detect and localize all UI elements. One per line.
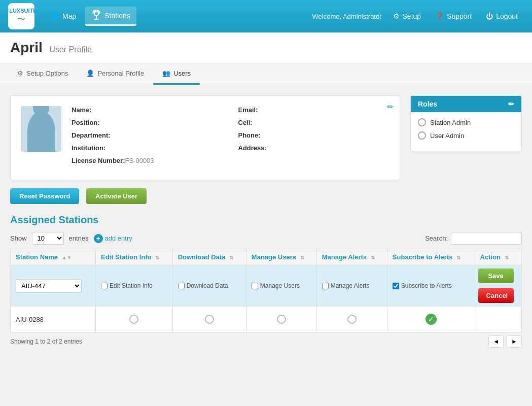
save-button[interactable]: Save: [478, 268, 514, 283]
nav-support[interactable]: ❓ Support: [429, 9, 478, 23]
data-row-manage-alerts-cell: [316, 307, 387, 332]
logo-text: FLUXSUITE: [8, 8, 34, 14]
stations-table: Station Name ▲▼ Edit Station Info ⇅ Down…: [10, 249, 522, 332]
svg-point-0: [94, 12, 98, 16]
position-field: Position:: [72, 119, 223, 126]
edit-row-edit-station-info-cell: Edit Station Info: [96, 265, 173, 307]
subheader: April User Profile: [0, 32, 532, 63]
data-row-station-name-cell: AIU-0288: [11, 307, 96, 332]
email-field: Email:: [238, 106, 390, 114]
col-manage-alerts[interactable]: Manage Alerts ⇅: [316, 249, 387, 265]
pagination: ◄ ►: [488, 335, 522, 348]
profile-fields: Name: Email: Position:: [72, 106, 389, 170]
edit-roles-button[interactable]: ✏: [508, 100, 514, 108]
power-icon: ⏻: [486, 12, 493, 20]
sort-edit-station-info: ⇅: [155, 255, 159, 260]
logo-wave: 〜: [17, 14, 25, 25]
col-station-name[interactable]: Station Name ▲▼: [11, 249, 96, 265]
roles-header: Roles ✏: [411, 96, 521, 112]
download-data-radio: [205, 315, 214, 324]
add-circle-icon: +: [94, 234, 103, 243]
manage-alerts-radio: [347, 315, 357, 324]
table-footer-text: Showing 1 to 2 of 2 entries: [10, 338, 82, 345]
subscribe-checkbox[interactable]: [393, 283, 399, 289]
help-icon: ❓: [435, 12, 444, 20]
manage-alerts-checkbox[interactable]: [322, 283, 329, 289]
sort-subscribe-alerts: ⇅: [456, 255, 460, 260]
tab-users[interactable]: 👥 Users: [153, 63, 200, 85]
nav-setup[interactable]: ⚙ Setup: [387, 9, 428, 23]
edit-station-info-radio: [129, 315, 138, 324]
search-input[interactable]: [451, 232, 522, 245]
stations-icon: [91, 10, 101, 21]
manage-users-checkbox-label[interactable]: Manage Users: [252, 282, 300, 289]
station-name-select[interactable]: AIU-447 AIU-0288: [16, 279, 82, 293]
nav-logout[interactable]: ⏻ Logout: [480, 9, 524, 23]
manage-users-checkbox[interactable]: [252, 283, 258, 289]
entries-select[interactable]: 10 25 50: [32, 232, 64, 245]
activate-user-button[interactable]: Activate User: [86, 188, 147, 204]
download-data-checkbox[interactable]: [178, 283, 185, 289]
radio-user-admin[interactable]: [418, 131, 426, 140]
nav-map[interactable]: 🌐 Map: [45, 9, 82, 23]
welcome-text: Welcome, Administrator: [312, 13, 382, 20]
assigned-stations-title: Assigned Stations: [10, 214, 522, 226]
page-title: April: [10, 40, 43, 55]
cell-field: Cell:: [238, 119, 390, 126]
roles-card: Roles ✏ Station Admin User Admin: [410, 95, 522, 151]
table-row: AIU-0288: [11, 307, 522, 332]
data-row-download-data-cell: [172, 307, 246, 332]
profile-card: Name: Email: Position:: [10, 95, 400, 180]
col-edit-station-info[interactable]: Edit Station Info ⇅: [96, 249, 173, 265]
tabs-bar: ⚙ Setup Options 👤 Personal Profile 👥 Use…: [0, 63, 532, 85]
gear-icon: ⚙: [393, 12, 400, 20]
radio-station-admin[interactable]: [418, 118, 426, 126]
cancel-button[interactable]: Cancel: [478, 288, 514, 303]
users-icon: 👥: [162, 70, 170, 77]
navbar: FLUXSUITE 〜 🌐 Map Stations Welcome, Admi…: [0, 0, 532, 32]
download-data-checkbox-label[interactable]: Download Data: [178, 282, 228, 289]
roles-body: Station Admin User Admin: [411, 112, 521, 151]
edit-station-info-checkbox-label[interactable]: Edit Station Info: [101, 282, 153, 289]
next-page-button[interactable]: ►: [507, 335, 522, 348]
license-field: License Number: FS-00003: [72, 157, 389, 164]
nav-stations[interactable]: Stations: [85, 7, 136, 26]
tab-personal-profile[interactable]: 👤 Personal Profile: [77, 63, 153, 85]
prev-page-button[interactable]: ◄: [488, 335, 504, 348]
data-row-subscribe-cell: ✓: [387, 307, 475, 332]
edit-station-info-checkbox[interactable]: [101, 283, 108, 289]
edit-row-download-data-cell: Download Data: [172, 265, 246, 307]
institution-field: Institution:: [72, 144, 223, 152]
reset-password-button[interactable]: Reset Password: [10, 188, 79, 204]
profile-section: Name: Email: Position:: [10, 95, 522, 180]
role-station-admin: Station Admin: [418, 118, 514, 126]
tab-setup-options[interactable]: ⚙ Setup Options: [8, 63, 77, 85]
col-download-data[interactable]: Download Data ⇅: [172, 249, 246, 265]
manage-users-radio: [277, 315, 286, 324]
phone-field: Phone:: [238, 131, 390, 139]
person-icon: 👤: [86, 70, 94, 77]
edit-row-station-name-cell: AIU-447 AIU-0288: [11, 265, 96, 307]
subscribe-checkbox-label[interactable]: Subscribe to Alerts: [393, 282, 452, 289]
col-action[interactable]: Action ⇅: [475, 249, 521, 265]
sort-action: ⇅: [505, 255, 509, 260]
table-row-edit: AIU-447 AIU-0288 Edit Station Info: [11, 265, 522, 307]
add-entry-button[interactable]: + add entry: [94, 234, 132, 243]
col-subscribe-alerts[interactable]: Subscribe to Alerts ⇅: [387, 249, 475, 265]
address-field: Address:: [238, 144, 390, 152]
name-field: Name:: [72, 106, 223, 114]
app-logo[interactable]: FLUXSUITE 〜: [8, 3, 34, 29]
department-field: Department:: [72, 131, 223, 139]
page-subtitle: User Profile: [49, 45, 92, 54]
table-footer-row: Showing 1 to 2 of 2 entries ◄ ►: [10, 332, 522, 348]
edit-profile-button[interactable]: ✏: [387, 102, 394, 112]
search-area: Search:: [425, 232, 522, 245]
sort-manage-alerts: ⇅: [371, 255, 375, 260]
edit-row-action-cell: Save Cancel: [475, 265, 521, 307]
col-manage-users[interactable]: Manage Users ⇅: [246, 249, 316, 265]
edit-row-manage-alerts-cell: Manage Alerts: [316, 265, 387, 307]
subscribe-checked-icon: ✓: [425, 314, 437, 325]
manage-alerts-checkbox-label[interactable]: Manage Alerts: [322, 282, 370, 289]
role-user-admin: User Admin: [418, 131, 514, 140]
table-controls: Show 10 25 50 entries + add entry Search…: [10, 232, 522, 245]
